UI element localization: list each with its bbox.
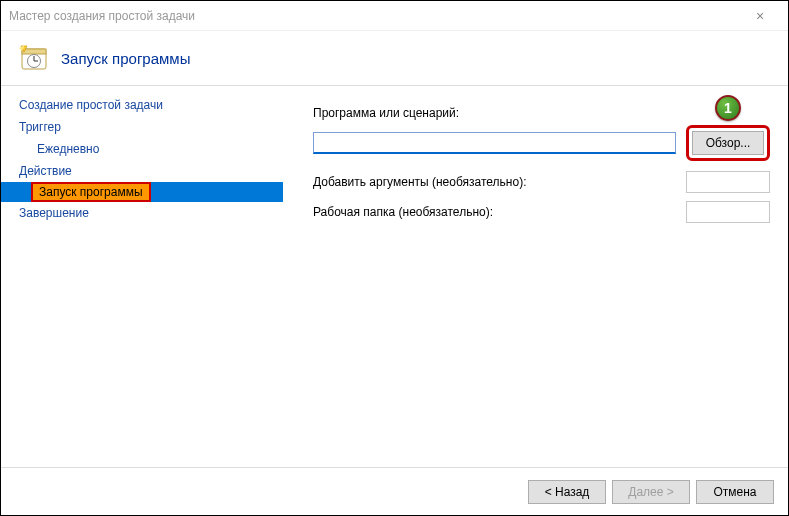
sidebar-item-action[interactable]: Действие	[1, 160, 283, 182]
window-title: Мастер создания простой задачи	[9, 9, 740, 23]
sidebar-item-label-highlighted: Запуск программы	[31, 182, 151, 202]
svg-rect-1	[22, 49, 46, 54]
arguments-label: Добавить аргументы (необязательно):	[313, 175, 526, 189]
page-title: Запуск программы	[61, 50, 190, 67]
wizard-sidebar: Создание простой задачи Триггер Ежедневн…	[1, 86, 283, 466]
next-button: Далее >	[612, 480, 690, 504]
sidebar-item-trigger[interactable]: Триггер	[1, 116, 283, 138]
annotation-callout-1: 1	[715, 95, 741, 121]
cancel-button[interactable]: Отмена	[696, 480, 774, 504]
wizard-footer: < Назад Далее > Отмена	[1, 467, 788, 515]
annotation-highlight: Обзор...	[686, 125, 770, 161]
sidebar-item-start-program[interactable]: Запуск программы	[1, 182, 283, 202]
program-input[interactable]	[313, 132, 676, 154]
wizard-main: Программа или сценарий: 1 Обзор... Добав…	[283, 86, 788, 466]
arguments-input[interactable]	[686, 171, 770, 193]
wizard-header: Запуск программы	[1, 31, 788, 86]
sidebar-item-daily[interactable]: Ежедневно	[1, 138, 283, 160]
browse-button[interactable]: Обзор...	[692, 131, 764, 155]
wizard-body: Создание простой задачи Триггер Ежедневн…	[1, 86, 788, 466]
titlebar: Мастер создания простой задачи ×	[1, 1, 788, 31]
wizard-window: Мастер создания простой задачи × Запуск …	[0, 0, 789, 516]
sidebar-item-finish[interactable]: Завершение	[1, 202, 283, 224]
task-icon	[19, 42, 51, 74]
sidebar-item-create[interactable]: Создание простой задачи	[1, 94, 283, 116]
close-icon[interactable]: ×	[740, 8, 780, 24]
startin-input[interactable]	[686, 201, 770, 223]
startin-label: Рабочая папка (необязательно):	[313, 205, 493, 219]
program-label: Программа или сценарий:	[313, 106, 770, 120]
back-button[interactable]: < Назад	[528, 480, 606, 504]
